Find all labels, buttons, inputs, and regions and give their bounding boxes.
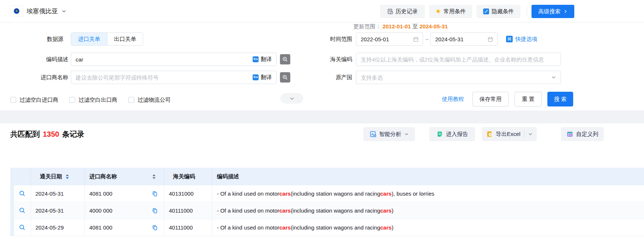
- history-button[interactable]: 历史记录: [380, 5, 425, 18]
- checkbox-icon[interactable]: [10, 97, 16, 103]
- filter-blank-exporter-checkbox[interactable]: 过滤空白出口商: [69, 95, 117, 105]
- exact-match-search-button[interactable]: [280, 72, 290, 83]
- svg-text:BI: BI: [374, 135, 376, 137]
- enter-report-button[interactable]: 进入报告: [429, 127, 475, 141]
- view-detail-button[interactable]: [19, 190, 26, 197]
- translate-button[interactable]: 中A 翻译: [250, 71, 276, 84]
- translate-button[interactable]: 中A 翻译: [250, 53, 276, 66]
- expand-form-button[interactable]: [280, 93, 303, 104]
- reset-button[interactable]: 重 置: [515, 92, 542, 106]
- update-range-to-word: 至: [412, 23, 418, 29]
- copy-button[interactable]: [152, 225, 158, 231]
- header-code-description: 编码描述: [212, 168, 644, 185]
- sort-caret-down-icon[interactable]: [66, 177, 69, 179]
- end-date-input[interactable]: [430, 32, 498, 46]
- search-equals-icon: [282, 56, 288, 62]
- filter-label: 过滤物流公司: [138, 97, 171, 104]
- filter-blank-importer-checkbox[interactable]: 过滤空白进口商: [10, 95, 58, 105]
- search-icon: [19, 207, 26, 214]
- custom-columns-icon: [567, 131, 573, 137]
- filter-label: 过滤空白出口商: [79, 97, 117, 104]
- importer-name-value: 4081 000: [89, 224, 112, 231]
- translate-icon: 中A: [253, 74, 259, 80]
- results-header: 共匹配到1350条记录 BI 智能分析 进入报告: [0, 123, 644, 168]
- export-excel-icon: [486, 131, 493, 137]
- importer-name-label: 进口商名称: [30, 71, 68, 84]
- filter-logistics-checkbox[interactable]: 过滤物流公司: [128, 95, 171, 105]
- quick-options-link[interactable]: ⌘ 快捷选项: [506, 32, 537, 46]
- copy-button[interactable]: [152, 208, 158, 214]
- sort-caret-up-icon[interactable]: [152, 174, 156, 176]
- country-name: 埃塞俄比亚: [27, 7, 58, 15]
- view-detail-button[interactable]: [19, 207, 26, 214]
- importer-name-value: 4081 000: [89, 190, 112, 197]
- button-divider: [524, 130, 524, 138]
- copy-button[interactable]: [152, 191, 158, 197]
- advanced-search-button[interactable]: 高级搜索: [532, 5, 574, 18]
- tab-export-declarations[interactable]: 出口关单: [107, 33, 143, 45]
- code-description-cell: - Of a kind used on motor cars (includin…: [212, 202, 644, 219]
- search-icon: [19, 224, 26, 231]
- checkbox-icon[interactable]: [69, 97, 75, 103]
- custom-columns-label: 自定义列: [576, 131, 598, 138]
- start-date-value[interactable]: [356, 33, 413, 45]
- checkbox-icon[interactable]: [128, 97, 134, 103]
- origin-country-value[interactable]: [356, 71, 551, 84]
- topbar: ✶ 埃塞俄比亚 历史记录 ★ 常用条件: [0, 0, 644, 22]
- exact-match-search-button[interactable]: [280, 54, 290, 64]
- header-label: 进口商名称: [89, 173, 117, 180]
- view-detail-button[interactable]: [19, 224, 26, 231]
- origin-country-label: 原产国: [318, 71, 352, 84]
- clearance-date-cell: 2024-05-31: [31, 185, 85, 202]
- header-hs-code: 海关编码: [164, 168, 212, 185]
- search-button[interactable]: 搜 索: [547, 92, 573, 106]
- row-gutter: [10, 219, 14, 236]
- table-row: 2024-05-31 4081 000 40131000 - Of a kind…: [10, 185, 644, 202]
- translate-label: 翻译: [261, 56, 272, 63]
- sort-caret-up-icon[interactable]: [66, 174, 69, 176]
- hs-code-value[interactable]: [356, 53, 561, 66]
- importer-name-value[interactable]: [71, 71, 250, 84]
- custom-columns-button[interactable]: 自定义列: [561, 127, 604, 141]
- results-count: 1350: [43, 130, 59, 138]
- origin-country-select[interactable]: [356, 71, 561, 84]
- copy-icon: [152, 225, 158, 231]
- hs-code-input[interactable]: [356, 53, 561, 66]
- chevron-down-icon[interactable]: [528, 132, 533, 136]
- history-icon: [387, 8, 393, 14]
- sort-control[interactable]: [66, 174, 69, 179]
- code-description-input[interactable]: 中A 翻译: [71, 53, 277, 66]
- enter-report-label: 进入报告: [446, 131, 468, 138]
- start-date-input[interactable]: [356, 32, 423, 46]
- update-range-from: 2012-01-01: [382, 23, 411, 29]
- country-selector[interactable]: ✶ 埃塞俄比亚: [10, 0, 66, 22]
- end-date-value[interactable]: [431, 33, 488, 45]
- header-label: 通关日期: [40, 173, 62, 180]
- copy-icon: [152, 191, 158, 197]
- tutorial-link[interactable]: 使用教程: [442, 96, 464, 103]
- save-common-button[interactable]: 保存常用: [472, 92, 509, 106]
- tab-import-declarations[interactable]: 进口关单: [71, 33, 107, 45]
- data-source-tabs: 进口关单 出口关单: [71, 32, 143, 46]
- export-excel-button[interactable]: 导出Excel: [482, 127, 537, 141]
- data-source-label: 数据源: [30, 32, 63, 46]
- row-gutter: [10, 185, 14, 202]
- clearance-date-cell: 2024-05-31: [31, 202, 85, 219]
- smart-analysis-button[interactable]: BI 智能分析: [363, 127, 415, 141]
- code-description-label: 编码描述: [30, 53, 68, 66]
- update-range-label: 更新范围：: [353, 23, 381, 29]
- sort-caret-down-icon[interactable]: [152, 177, 156, 179]
- hs-code-cell: 40111000: [164, 219, 212, 236]
- header-importer-name[interactable]: 进口商名称: [85, 168, 164, 185]
- importer-name-input[interactable]: 中A 翻译: [71, 71, 277, 84]
- quick-options-label: 快捷选项: [515, 36, 537, 43]
- favorites-button[interactable]: ★ 常用条件: [429, 5, 472, 18]
- search-form: 更新范围： 2012-01-01 至 2024-05-31 数据源 进口关单 出…: [0, 22, 644, 111]
- bi-analysis-icon: BI: [370, 131, 376, 137]
- code-description-value[interactable]: [71, 53, 250, 66]
- sort-control[interactable]: [152, 174, 156, 179]
- header-clearance-date[interactable]: 通关日期: [31, 168, 85, 185]
- hide-conditions-button[interactable]: 隐藏条件: [477, 5, 520, 18]
- star-icon: ★: [435, 8, 441, 14]
- importer-cell: 4081 000: [85, 185, 164, 202]
